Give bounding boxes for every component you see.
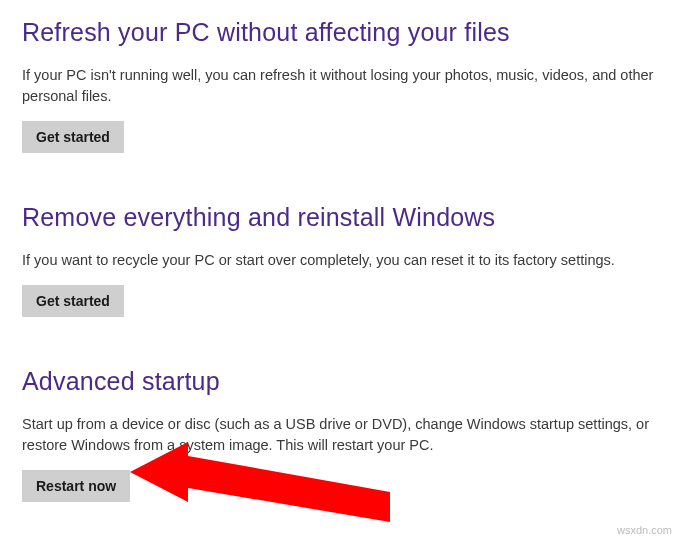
refresh-description: If your PC isn't running well, you can r… <box>22 65 658 107</box>
remove-everything-section: Remove everything and reinstall Windows … <box>22 203 658 317</box>
advanced-description: Start up from a device or disc (such as … <box>22 414 658 456</box>
remove-heading: Remove everything and reinstall Windows <box>22 203 658 232</box>
watermark-text: wsxdn.com <box>617 524 672 536</box>
advanced-startup-section: Advanced startup Start up from a device … <box>22 367 658 502</box>
restart-now-button[interactable]: Restart now <box>22 470 130 502</box>
refresh-pc-section: Refresh your PC without affecting your f… <box>22 18 658 153</box>
refresh-get-started-button[interactable]: Get started <box>22 121 124 153</box>
refresh-heading: Refresh your PC without affecting your f… <box>22 18 658 47</box>
advanced-heading: Advanced startup <box>22 367 658 396</box>
remove-get-started-button[interactable]: Get started <box>22 285 124 317</box>
remove-description: If you want to recycle your PC or start … <box>22 250 658 271</box>
